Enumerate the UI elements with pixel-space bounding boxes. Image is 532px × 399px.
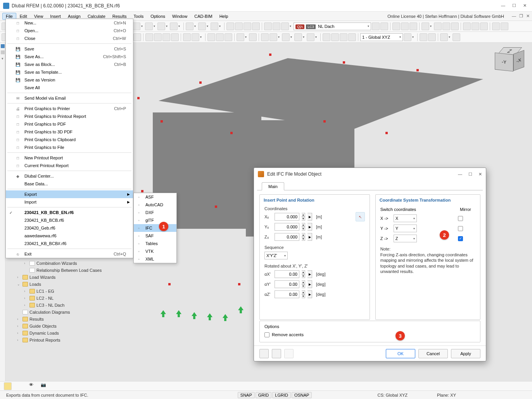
tree-item[interactable]: ›Printout Reports [7, 337, 131, 344]
file-menu-item[interactable]: 💾Save as Block...Ctrl+B [6, 60, 133, 68]
export-submenu-item[interactable]: ▫AutoCAD [134, 201, 176, 209]
dialog-maximize-icon[interactable]: ☐ [468, 172, 472, 177]
tb2-icon[interactable] [237, 33, 244, 41]
remove-accents-checkbox[interactable] [264, 332, 269, 337]
file-menu-item[interactable]: ⎋ExitCtrl+Q [6, 250, 133, 258]
export-submenu-item[interactable]: ▫glTF [134, 216, 176, 224]
tb2-icon[interactable] [440, 33, 448, 41]
tb-view-2-icon[interactable] [401, 22, 409, 30]
file-menu-item[interactable]: 💾Save As...Ctrl+Shift+S [6, 53, 133, 60]
tb2-icon[interactable] [249, 33, 257, 41]
menu-window[interactable]: Window [169, 13, 191, 20]
help-icon[interactable] [259, 349, 269, 358]
file-menu-item[interactable]: □Print Graphics to Printout Report [6, 112, 133, 120]
tb-prev-icon[interactable] [372, 22, 380, 30]
mdi-restore-icon[interactable]: ❐ [519, 14, 523, 19]
mirror-y-checkbox[interactable] [458, 226, 463, 231]
file-menu-item[interactable]: □New...Ctrl+N [6, 19, 133, 27]
panel-toggle-icon[interactable] [4, 382, 12, 390]
tb-loads-2-icon[interactable] [235, 22, 243, 30]
tb2-icon[interactable] [307, 33, 314, 41]
file-menu-item[interactable]: 🖨Print Graphics to PrinterCtrl+P [6, 105, 133, 112]
side-tab-icon[interactable] [1, 44, 5, 48]
tree-item[interactable]: Relationship Between Load Cases [7, 267, 131, 274]
eye-icon[interactable]: 👁 [29, 382, 37, 390]
tb2-icon[interactable] [162, 33, 170, 41]
spinner[interactable]: ▲▼ [302, 290, 305, 298]
file-menu-item[interactable]: 230420_Geb.rf6 [6, 224, 133, 232]
export-submenu-item[interactable]: ▫VTK [134, 247, 176, 255]
z0-input[interactable] [275, 233, 299, 241]
tb2-icon[interactable] [269, 33, 277, 41]
cancel-button[interactable]: Cancel [418, 349, 448, 358]
tb2-icon[interactable] [453, 33, 460, 41]
tb2-icon[interactable] [420, 33, 427, 41]
tb-hinge-icon[interactable] [211, 22, 218, 30]
tree-item[interactable]: ›Results [7, 316, 131, 323]
apply-arrow-icon[interactable]: ▶ [307, 280, 312, 288]
file-menu-item[interactable]: □Print Graphics to File [6, 143, 133, 151]
sequence-select[interactable]: X'Y'Z'▾ [264, 252, 288, 259]
file-menu-item[interactable]: □Print Graphics to 3D PDF [6, 128, 133, 136]
spinner[interactable]: ▲▼ [302, 270, 305, 278]
tree-item[interactable]: ›Combination Wizards [7, 260, 131, 267]
file-menu-item[interactable]: □Print Graphics to PDF [6, 120, 133, 128]
tb-set-icon[interactable] [186, 22, 193, 30]
tb2-icon[interactable] [282, 33, 290, 41]
export-submenu-item[interactable]: ▫DXF [134, 209, 176, 216]
file-menu-item[interactable]: ◆Dlubal Center... [6, 172, 133, 180]
units-icon[interactable] [272, 349, 281, 358]
fx-icon[interactable] [284, 349, 294, 358]
ax-input[interactable] [275, 270, 299, 278]
tb-surface-icon[interactable] [145, 22, 153, 30]
xmap-select[interactable]: X▾ [394, 214, 417, 222]
snap-toggle[interactable]: SNAP [238, 392, 255, 398]
apply-arrow-icon[interactable]: ▶ [307, 213, 312, 221]
mirror-z-checkbox[interactable]: ✓ [458, 236, 463, 241]
tb2-icon[interactable] [294, 33, 302, 41]
apply-arrow-icon[interactable]: ▶ [307, 270, 312, 278]
tb2-icon[interactable] [428, 33, 436, 41]
spinner[interactable]: ▲▼ [302, 233, 305, 241]
file-menu-item[interactable]: 230421_KB_BCB#.rf6 [6, 240, 133, 247]
file-menu-item[interactable]: □Current Printout Report [6, 162, 133, 169]
tb-style-4-icon[interactable] [451, 22, 459, 30]
tb2-icon[interactable] [216, 33, 224, 41]
cube-right[interactable]: -X [513, 50, 524, 71]
orientation-cube[interactable]: Z -Y -X [491, 47, 525, 76]
spinner[interactable]: ▲▼ [302, 223, 305, 231]
ay-input[interactable] [275, 280, 299, 288]
osnap-toggle[interactable]: OSNAP [292, 392, 312, 398]
tb2-icon[interactable] [133, 33, 141, 41]
menu-cad-bim[interactable]: CAD-BIM [191, 13, 216, 20]
tree-item[interactable]: ›Guide Objects [7, 323, 131, 330]
spinner[interactable]: ▲▼ [302, 213, 305, 221]
x0-input[interactable] [275, 213, 299, 221]
tb-opening-icon[interactable] [170, 22, 178, 30]
dialog-close-icon[interactable]: ✕ [478, 172, 482, 177]
file-menu-item[interactable]: □Print Graphics to Clipboard [6, 136, 133, 143]
file-menu-item[interactable]: Import▶ [6, 198, 133, 206]
apply-arrow-icon[interactable]: ▶ [307, 223, 312, 231]
export-submenu-item[interactable]: ▫Tables [134, 240, 176, 247]
cube-front[interactable]: -Y [495, 52, 513, 71]
tb2-icon[interactable] [154, 33, 162, 41]
file-menu-item[interactable]: Save All [6, 84, 133, 92]
export-submenu-item[interactable]: ▫IFC [134, 224, 176, 232]
menu-options[interactable]: Options [147, 13, 169, 20]
tab-main[interactable]: Main [262, 182, 284, 190]
tb-help-icon[interactable] [492, 22, 500, 30]
dialog-minimize-icon[interactable]: — [458, 172, 462, 177]
tb-style-1-icon[interactable] [421, 22, 429, 30]
chevron-icon[interactable]: ▾ [2, 57, 3, 60]
ok-button[interactable]: OK [386, 349, 415, 358]
tb2-icon[interactable] [192, 33, 199, 41]
spinner[interactable]: ▲▼ [302, 280, 305, 288]
tb-misc-3-icon[interactable] [480, 22, 488, 30]
tb-view-3-icon[interactable] [409, 22, 417, 30]
file-menu-item[interactable]: 230421_KB_BCB.rf6 [6, 216, 133, 224]
tb-resultnav-icon[interactable] [281, 22, 289, 30]
tb-misc-1-icon[interactable] [463, 22, 471, 30]
tree-item[interactable]: ›Load Wizards [7, 274, 131, 281]
tb-view-1-icon[interactable] [392, 22, 400, 30]
